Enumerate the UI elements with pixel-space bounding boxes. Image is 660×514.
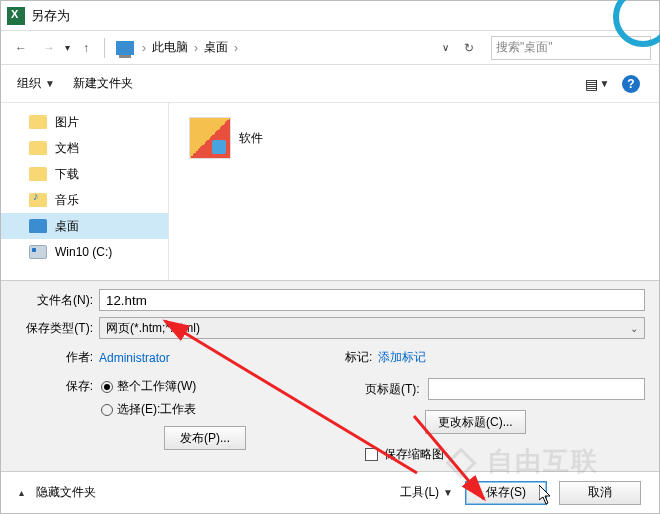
address-bar[interactable]: › 此电脑 › 桌面 ›	[111, 36, 432, 59]
radio-entire-workbook[interactable]: 整个工作簿(W)	[101, 378, 196, 395]
chevron-right-icon: ›	[192, 41, 200, 55]
search-placeholder: 搜索"桌面"	[496, 39, 553, 56]
pc-icon	[116, 41, 134, 55]
breadcrumb-this-pc[interactable]: 此电脑	[148, 39, 192, 56]
view-icon: ▤	[585, 76, 598, 92]
sidebar-item-label: Win10 (C:)	[55, 245, 112, 259]
sidebar-item-documents[interactable]: 文档	[1, 135, 168, 161]
chevron-down-icon: ⌄	[630, 323, 638, 334]
folder-icon	[29, 167, 47, 181]
save-panel: 文件名(N): 保存类型(T): 网页(*.htm;*.html) ⌄ 作者: …	[1, 280, 659, 471]
tools-dropdown[interactable]: 工具(L) ▼	[400, 484, 453, 501]
tags-value[interactable]: 添加标记	[378, 349, 426, 366]
new-folder-button[interactable]: 新建文件夹	[73, 75, 133, 92]
help-icon: ?	[622, 75, 640, 93]
publish-button[interactable]: 发布(P)...	[164, 426, 246, 450]
body: 图片 文档 下载 音乐 桌面 Win10 (C:)	[1, 103, 659, 280]
sidebar-item-drive-c[interactable]: Win10 (C:)	[1, 239, 168, 265]
chevron-down-icon: ▼	[600, 78, 610, 89]
chevron-right-icon: ›	[140, 41, 148, 55]
disk-icon	[29, 245, 47, 259]
filename-label: 文件名(N):	[15, 292, 93, 309]
nav-forward-button[interactable]: →	[37, 36, 61, 60]
help-button[interactable]: ?	[619, 72, 643, 96]
folder-icon	[29, 115, 47, 129]
author-value[interactable]: Administrator	[99, 351, 170, 365]
chevron-up-icon[interactable]: ▴	[19, 487, 24, 498]
radio-icon	[101, 381, 113, 393]
tags-label: 标记:	[345, 349, 372, 366]
desktop-folder-icon	[29, 219, 47, 233]
titlebar: 另存为	[1, 1, 659, 31]
folder-icon	[29, 141, 47, 155]
toolbar: 组织 ▼ 新建文件夹 ▤ ▼ ?	[1, 65, 659, 103]
excel-app-icon	[7, 7, 25, 25]
sidebar-item-label: 图片	[55, 114, 79, 131]
chevron-down-icon: ▼	[45, 78, 55, 89]
cancel-button[interactable]: 取消	[559, 481, 641, 505]
nav-up-button[interactable]: ↑	[74, 36, 98, 60]
chevron-right-icon: ›	[232, 41, 240, 55]
sidebar-item-music[interactable]: 音乐	[1, 187, 168, 213]
separator	[104, 38, 105, 58]
sidebar-item-label: 桌面	[55, 218, 79, 235]
address-dropdown[interactable]: ∨	[442, 42, 449, 53]
hide-folders-button[interactable]: 隐藏文件夹	[36, 484, 96, 501]
sidebar-item-label: 音乐	[55, 192, 79, 209]
watermark: 自由互联	[450, 444, 599, 479]
sidebar-item-pictures[interactable]: 图片	[1, 109, 168, 135]
view-options-button[interactable]: ▤ ▼	[585, 72, 609, 96]
filetype-label: 保存类型(T):	[15, 320, 93, 337]
page-title-label: 页标题(T):	[365, 381, 420, 398]
nav-recent-dropdown[interactable]: ▾	[65, 42, 70, 53]
sidebar-item-downloads[interactable]: 下载	[1, 161, 168, 187]
change-title-button[interactable]: 更改标题(C)...	[425, 410, 526, 434]
save-scope-label: 保存:	[35, 378, 93, 395]
metadata-row: 作者: Administrator 标记: 添加标记	[15, 349, 645, 366]
filename-input[interactable]	[99, 289, 645, 311]
sidebar-item-desktop[interactable]: 桌面	[1, 213, 168, 239]
chevron-down-icon: ▼	[443, 487, 453, 498]
file-list[interactable]: 软件	[169, 103, 659, 280]
sidebar-item-label: 文档	[55, 140, 79, 157]
sidebar: 图片 文档 下载 音乐 桌面 Win10 (C:)	[1, 103, 169, 280]
nav-bar: ← → ▾ ↑ › 此电脑 › 桌面 › ∨ ↻ 搜索"桌面"	[1, 31, 659, 65]
refresh-button[interactable]: ↻	[457, 36, 481, 60]
checkbox-icon	[365, 448, 378, 461]
filetype-dropdown[interactable]: 网页(*.htm;*.html) ⌄	[99, 317, 645, 339]
radio-selection-sheet[interactable]: 选择(E):工作表	[101, 401, 196, 418]
page-title-input[interactable]	[428, 378, 645, 400]
window-title: 另存为	[31, 7, 70, 25]
music-folder-icon	[29, 193, 47, 207]
organize-button[interactable]: 组织 ▼	[17, 75, 55, 92]
folder-thumbnail-icon	[189, 117, 231, 159]
file-item-label: 软件	[239, 130, 263, 147]
radio-icon	[101, 404, 113, 416]
author-label: 作者:	[15, 349, 93, 366]
nav-back-button[interactable]: ←	[9, 36, 33, 60]
filetype-value: 网页(*.htm;*.html)	[106, 320, 200, 337]
save-button[interactable]: 保存(S)	[465, 481, 547, 505]
sidebar-item-label: 下载	[55, 166, 79, 183]
breadcrumb-desktop[interactable]: 桌面	[200, 39, 232, 56]
mouse-cursor-icon	[539, 485, 553, 505]
file-item-software[interactable]: 软件	[185, 113, 267, 163]
